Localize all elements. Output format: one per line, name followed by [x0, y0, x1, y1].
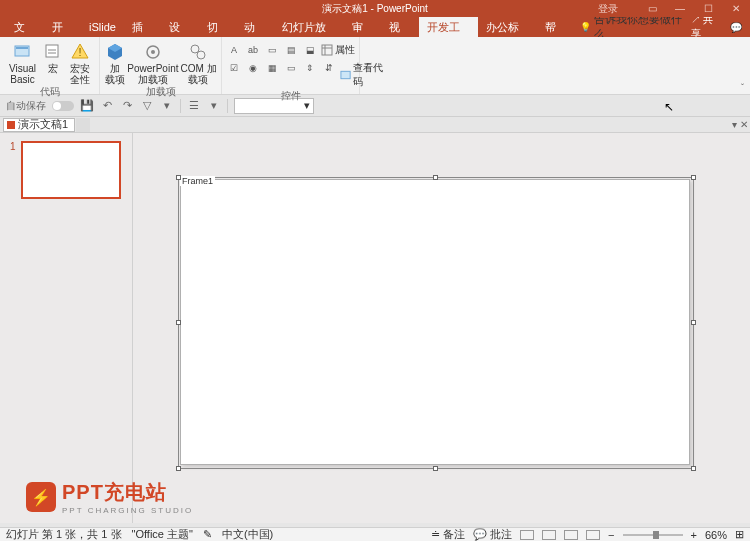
resize-handle[interactable]	[691, 320, 696, 325]
svg-rect-8	[322, 45, 332, 55]
notes-label: 备注	[443, 528, 465, 540]
tab-help[interactable]: 帮助	[537, 17, 575, 37]
signin-button[interactable]: 登录	[598, 2, 618, 16]
watermark-title: PPT充电站	[62, 479, 193, 506]
start-from-beginning-icon[interactable]: ▽	[140, 99, 154, 113]
addins-label: 加 载项	[105, 63, 125, 85]
svg-rect-9	[341, 71, 350, 78]
macros-label: 宏	[48, 63, 58, 74]
view-code-label: 查看代码	[353, 61, 390, 89]
ctrl-dropdown-icon[interactable]: ⬓	[302, 43, 318, 57]
tab-insert[interactable]: 插入	[124, 17, 162, 37]
resize-handle[interactable]	[433, 175, 438, 180]
ctrl-checkbox-icon[interactable]: ☑	[226, 61, 242, 75]
macros-button[interactable]: 宏	[43, 39, 63, 74]
code-icon	[340, 69, 351, 81]
resize-handle[interactable]	[691, 466, 696, 471]
watermark: ⚡ PPT充电站 PPT CHARGING STUDIO	[26, 479, 193, 515]
tab-islide[interactable]: iSlide	[81, 17, 124, 37]
minimize-button[interactable]: —	[666, 0, 694, 17]
tab-officetab[interactable]: 办公标签	[478, 17, 537, 37]
save-icon[interactable]: 💾	[80, 99, 94, 113]
fit-to-window-button[interactable]: ⊞	[735, 528, 744, 541]
svg-rect-2	[46, 45, 58, 57]
normal-view-button[interactable]	[520, 530, 534, 540]
zoom-level[interactable]: 66%	[705, 529, 727, 541]
warning-icon: !	[70, 42, 90, 62]
undo-icon[interactable]: ↶	[100, 99, 114, 113]
ppt-addins-button[interactable]: PowerPoint 加载项	[128, 39, 178, 85]
autosave-toggle[interactable]	[52, 101, 74, 111]
ribbon-options-icon[interactable]: ▭	[638, 0, 666, 17]
gear-icon	[143, 42, 163, 62]
ctrl-combo-icon[interactable]: ▭	[264, 43, 280, 57]
collapse-ribbon-icon[interactable]: ˇ	[741, 82, 744, 92]
slide-editor[interactable]: Frame1	[133, 133, 750, 523]
sorter-view-button[interactable]	[542, 530, 556, 540]
qat-dropdown-icon[interactable]: ▾	[207, 99, 221, 113]
ctrl-scroll-icon[interactable]: ⇕	[302, 61, 318, 75]
reading-view-button[interactable]	[564, 530, 578, 540]
tab-home[interactable]: 开始	[44, 17, 82, 37]
comments-button[interactable]: 💬	[730, 22, 742, 33]
tab-review[interactable]: 审阅	[344, 17, 382, 37]
document-tab[interactable]: 演示文稿1	[3, 118, 75, 132]
spell-check-icon[interactable]: ✎	[203, 528, 212, 541]
slide-thumbnail-wrap: 1	[10, 141, 122, 199]
tab-animations[interactable]: 动画	[236, 17, 274, 37]
com-addins-label: COM 加载项	[180, 63, 217, 85]
ctrl-textbox-icon[interactable]: ab	[245, 43, 261, 57]
slide-panel[interactable]: 1	[0, 133, 133, 523]
doctab-dropdown-icon[interactable]: ▾	[732, 119, 737, 130]
macro-security-button[interactable]: ! 宏安全性	[65, 39, 95, 85]
touch-mode-icon[interactable]: ☰	[187, 99, 201, 113]
comments-button[interactable]: 💬 批注	[473, 527, 512, 541]
slide-number: 1	[10, 141, 16, 199]
status-language[interactable]: 中文(中国)	[222, 527, 273, 541]
view-code-button[interactable]: 查看代码	[340, 61, 390, 89]
tab-file[interactable]: 文件	[6, 17, 44, 37]
slideshow-view-button[interactable]	[586, 530, 600, 540]
properties-button[interactable]: 属性	[321, 43, 371, 57]
macros-icon	[43, 42, 63, 62]
tab-design[interactable]: 设计	[161, 17, 199, 37]
doctab-close-icon[interactable]: ✕	[740, 119, 748, 130]
tab-view[interactable]: 视图	[381, 17, 419, 37]
com-addins-button[interactable]: COM 加载项	[180, 39, 217, 85]
ctrl-frame-icon[interactable]: ▭	[283, 61, 299, 75]
qat-more-icon[interactable]: ▾	[160, 99, 174, 113]
zoom-out-button[interactable]: −	[608, 529, 614, 541]
visual-basic-button[interactable]: Visual Basic	[4, 39, 41, 85]
ctrl-spin-icon[interactable]: ⇵	[321, 61, 337, 75]
resize-handle[interactable]	[176, 466, 181, 471]
gears-icon	[188, 42, 208, 62]
zoom-slider[interactable]	[623, 534, 683, 536]
ctrl-option-icon[interactable]: ◉	[245, 61, 261, 75]
new-tab-button[interactable]	[76, 118, 90, 132]
separator	[180, 99, 181, 113]
notes-button[interactable]: ≐ 备注	[431, 527, 465, 541]
addins-button[interactable]: 加 载项	[104, 39, 126, 85]
slide-thumbnail[interactable]	[21, 141, 121, 199]
redo-icon[interactable]: ↷	[120, 99, 134, 113]
ctrl-toggle-icon[interactable]: ▦	[264, 61, 280, 75]
svg-point-6	[191, 45, 199, 53]
frame-control[interactable]: Frame1	[178, 177, 694, 469]
maximize-button[interactable]: ☐	[694, 0, 722, 17]
close-button[interactable]: ✕	[722, 0, 750, 17]
titlebar-right: 登录 ▭ — ☐ ✕	[598, 0, 750, 17]
ctrl-label-icon[interactable]: A	[226, 43, 242, 57]
slide-canvas[interactable]: Frame1	[180, 179, 690, 465]
resize-handle[interactable]	[691, 175, 696, 180]
tab-slideshow[interactable]: 幻灯片放映	[274, 17, 344, 37]
group-code-label: 代码	[4, 85, 95, 100]
resize-handle[interactable]	[433, 466, 438, 471]
tab-developer[interactable]: 开发工具	[419, 17, 478, 37]
tab-transitions[interactable]: 切换	[199, 17, 237, 37]
ctrl-list-icon[interactable]: ▤	[283, 43, 299, 57]
status-theme: "Office 主题"	[132, 527, 193, 541]
resize-handle[interactable]	[176, 175, 181, 180]
zoom-in-button[interactable]: +	[691, 529, 697, 541]
resize-handle[interactable]	[176, 320, 181, 325]
svg-point-7	[197, 51, 205, 59]
